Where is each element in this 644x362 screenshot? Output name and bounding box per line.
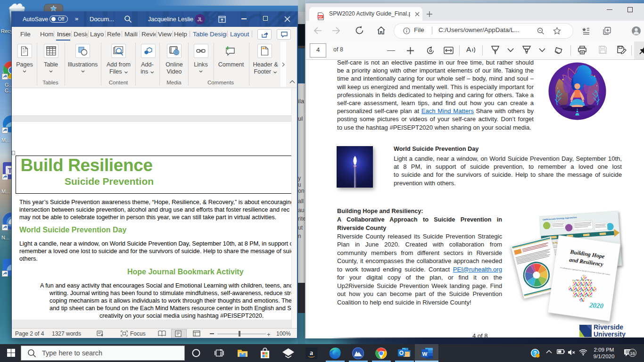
svg-text:O: O — [399, 350, 404, 356]
svg-text:a: a — [310, 349, 313, 356]
svg-text:PDF: PDF — [318, 16, 322, 18]
svg-text:W: W — [422, 351, 428, 357]
svg-text:2020: 2020 — [589, 301, 604, 310]
